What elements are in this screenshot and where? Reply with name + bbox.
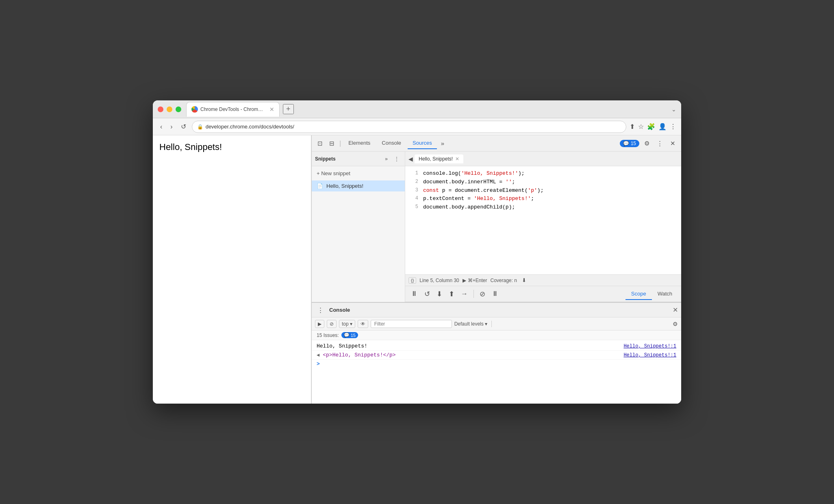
snippets-menu-button[interactable]: ⋮ (392, 154, 402, 163)
console-run-button[interactable]: ▶ (315, 320, 324, 328)
page-area: Hello, Snippets! (153, 135, 311, 404)
main-content: Hello, Snippets! ⊡ ⊟ | Elements Console … (153, 135, 681, 404)
watch-tab[interactable]: Watch (652, 288, 678, 300)
maximize-traffic-light[interactable] (176, 106, 181, 112)
step-over-button[interactable]: ↺ (422, 288, 432, 300)
address-bar[interactable]: 🔒 developer.chrome.com/docs/devtools/ (192, 121, 626, 133)
editor-tab-title: Hello, Snippets! (419, 156, 453, 162)
new-tab-button[interactable]: + (283, 104, 294, 114)
console-eye-button[interactable]: 👁 (358, 320, 368, 328)
console-context-button[interactable]: top ▾ (339, 320, 355, 328)
snippet-file-icon: 📄 (317, 183, 323, 189)
code-line-2: 2 document.body.innerHTML = ''; (405, 178, 681, 187)
editor-tab-close-button[interactable]: ✕ (455, 156, 459, 162)
devtools-toolbar: ⊡ ⊟ | Elements Console Sources » 💬 15 ⚙ … (312, 135, 681, 152)
editor-active-tab[interactable]: Hello, Snippets! ✕ (415, 154, 463, 163)
context-label: top (342, 321, 349, 327)
tab-favicon (191, 106, 198, 113)
deactivate-breakpoints-button[interactable]: ⊘ (477, 288, 488, 300)
editor-back-button[interactable]: ◀ (408, 156, 413, 162)
tab-close-button[interactable]: ✕ (269, 106, 274, 113)
scope-watch-tabs: Scope Watch (626, 288, 678, 300)
issues-count: 15 (631, 141, 636, 146)
devtools-body: Snippets » ⋮ + New snippet 📄 Hello, Snip… (312, 152, 681, 302)
console-issues-count: 15 (351, 333, 356, 338)
forward-button[interactable]: › (168, 122, 175, 132)
run-snippet-button[interactable]: ▶ ⌘+Enter (463, 278, 487, 283)
device-toolbar-button[interactable]: ⊟ (327, 138, 337, 149)
snippets-more-button[interactable]: » (382, 154, 390, 163)
minimize-traffic-light[interactable] (167, 106, 172, 112)
pause-resume-button[interactable]: ⏸ (408, 288, 420, 300)
close-traffic-light[interactable] (158, 106, 163, 112)
devtools-more-button[interactable]: ⋮ (654, 138, 665, 149)
snippets-header-actions: » ⋮ (382, 154, 402, 163)
run-shortcut: ⌘+Enter (468, 278, 487, 283)
new-snippet-button[interactable]: + New snippet (312, 168, 405, 179)
editor-status-bar: {} Line 5, Column 30 ▶ ⌘+Enter Coverage:… (405, 274, 681, 286)
tabs-area: Chrome DevTools - Chrome De ✕ + (186, 102, 671, 117)
run-icon: ▶ (463, 278, 466, 283)
expand-coverage-button[interactable]: ⬇ (522, 277, 526, 283)
scope-tab[interactable]: Scope (626, 288, 652, 300)
console-toolbar: ▶ ⊘ top ▾ 👁 Default levels ▾ (312, 317, 681, 330)
nav-bar: ‹ › ↺ 🔒 developer.chrome.com/docs/devtoo… (153, 118, 681, 135)
page-hello-text: Hello, Snippets! (159, 142, 304, 152)
console-close-button[interactable]: ✕ (673, 306, 678, 314)
console-issues-count-badge[interactable]: 💬 15 (341, 332, 358, 338)
code-line-5: 5 document.body.appendChild(p); (405, 203, 681, 212)
snippet-name: Hello, Snippets! (326, 183, 363, 189)
step-button[interactable]: → (458, 288, 470, 300)
back-button[interactable]: ‹ (158, 122, 165, 132)
console-menu-button[interactable]: ⋮ (315, 305, 326, 315)
active-tab[interactable]: Chrome DevTools - Chrome De ✕ (186, 102, 280, 117)
line-num-5: 5 (408, 203, 418, 212)
profile-button[interactable]: 👤 (658, 123, 667, 130)
console-arrow-icon[interactable]: ◀ (317, 352, 319, 358)
editor-content[interactable]: 1 console.log('Hello, Snippets!'); 2 doc… (405, 166, 681, 274)
format-code-button[interactable]: {} (408, 277, 416, 284)
console-element-line: ◀ <p>Hello, Snippets!</p> Hello, Snippet… (312, 351, 681, 360)
pause-on-exceptions-button[interactable]: ⏸ (489, 288, 501, 300)
settings-button[interactable]: ⚙ (642, 138, 652, 149)
nav-actions: ⬆ ☆ 🧩 👤 ⋮ (630, 123, 676, 130)
code-text-2: document.body.innerHTML = ''; (423, 178, 515, 187)
tab-elements[interactable]: Elements (343, 137, 375, 149)
code-text-1: console.log('Hello, Snippets!'); (423, 169, 525, 178)
step-into-button[interactable]: ⬇ (434, 288, 445, 300)
bookmark-button[interactable]: ☆ (638, 123, 644, 130)
inspect-element-button[interactable]: ⊡ (315, 138, 325, 149)
snippet-item-hello[interactable]: 📄 Hello, Snippets! (312, 180, 405, 191)
console-log-link[interactable]: Hello, Snippets!:1 (623, 343, 676, 349)
console-body: Hello, Snippets! Hello, Snippets!:1 ◀ <p… (312, 340, 681, 404)
default-levels-button[interactable]: Default levels ▾ (454, 321, 487, 327)
console-filter-input[interactable] (371, 320, 452, 328)
console-element-link[interactable]: Hello, Snippets!:1 (623, 352, 676, 358)
context-chevron-icon: ▾ (350, 321, 352, 327)
console-input[interactable] (322, 361, 676, 367)
extensions-button[interactable]: 🧩 (647, 123, 655, 130)
issues-icon: 💬 (623, 141, 629, 146)
more-button[interactable]: ⋮ (670, 123, 676, 130)
console-settings-button[interactable]: ⚙ (673, 321, 678, 327)
devtools-close-button[interactable]: ✕ (668, 138, 678, 149)
code-text-5: document.body.appendChild(p); (423, 203, 515, 212)
tab-sources[interactable]: Sources (408, 137, 437, 149)
code-line-3: 3 const p = document.createElement('p'); (405, 187, 681, 195)
snippets-panel: Snippets » ⋮ + New snippet 📄 Hello, Snip… (312, 152, 405, 302)
console-input-line[interactable]: > (312, 360, 681, 368)
lock-icon: 🔒 (197, 124, 203, 130)
chevron-down-icon[interactable]: ⌄ (671, 106, 676, 113)
debugger-toolbar: ⏸ ↺ ⬇ ⬆ → ⊘ ⏸ Scope Watch (405, 286, 681, 302)
reload-button[interactable]: ↺ (178, 121, 189, 132)
tab-console[interactable]: Console (377, 137, 406, 149)
step-out-button[interactable]: ⬆ (446, 288, 457, 300)
issues-badge[interactable]: 💬 15 (620, 140, 639, 147)
more-tabs-button[interactable]: » (439, 138, 447, 148)
console-header: ⋮ Console ✕ (312, 303, 681, 317)
console-prompt-icon: > (317, 361, 320, 367)
console-clear-button[interactable]: ⊘ (327, 320, 337, 328)
share-button[interactable]: ⬆ (630, 123, 635, 130)
code-line-1: 1 console.log('Hello, Snippets!'); (405, 169, 681, 178)
console-toolbar-separator (491, 321, 492, 327)
